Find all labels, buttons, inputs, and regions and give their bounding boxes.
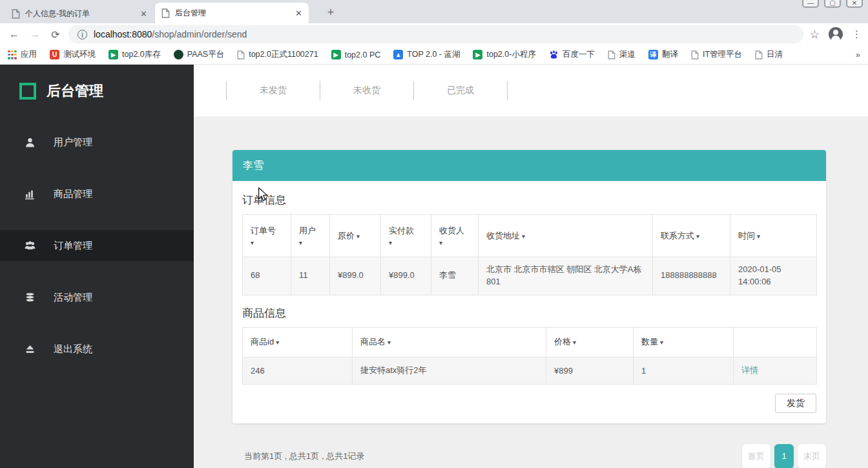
product-table-header-row: 商品id▾ 商品名▾ 价格▾ 数量▾	[243, 327, 817, 357]
sort-caret-icon: ▾	[573, 339, 576, 346]
bookmarks-bar: 应用 U 测试环境 ▶ top2.0库存 PAAS平台 top2.0正式1100…	[0, 45, 868, 65]
main-area: 未发货 未收货 已完成 李雪 订单信息	[194, 65, 868, 468]
app-title: 后台管理	[46, 81, 103, 101]
window-controls: — ▢ ✕	[802, 0, 863, 8]
cell-user: 11	[291, 257, 330, 295]
apps-grid-icon	[8, 50, 17, 59]
browser-menu-icon[interactable]: ⋮	[852, 28, 862, 40]
order-info-table: 订单号▾ 用户▾ 原价▾ 实付款▾ 收货人▾ 收货地址▾ 联系方式▾ 时间▾ 6…	[242, 214, 817, 295]
order-table-row: 68 11 ¥899.0 ¥899.0 李雪 北京市 北京市市辖区 朝阳区 北京…	[243, 257, 817, 295]
baidu-paw-icon	[549, 50, 559, 59]
cell-original-price: ¥899.0	[330, 257, 381, 295]
user-icon	[25, 137, 36, 148]
col-actions	[734, 327, 817, 357]
mouse-cursor	[257, 187, 269, 202]
col-order-id[interactable]: 订单号▾	[243, 215, 291, 257]
col-phone[interactable]: 联系方式▾	[653, 215, 730, 257]
sidebar-item-user-management[interactable]: 用户管理	[0, 127, 194, 158]
bookmark-test-env[interactable]: U 测试环境	[50, 49, 96, 60]
content: 李雪 订单信息 订单号▾ 用户▾ 原价▾ 实付款▾ 收货人▾	[194, 116, 868, 468]
close-icon[interactable]: ✕	[295, 8, 302, 18]
col-price[interactable]: 价格▾	[546, 327, 634, 357]
page-icon	[12, 9, 20, 19]
bookmark-it-platform[interactable]: IT管理平台	[691, 49, 742, 60]
browser-toolbar: ← → ⟳ i localhost:8080/shop/admin/order/…	[0, 23, 868, 45]
sort-caret-icon: ▾	[251, 239, 283, 246]
sidebar-item-activity-management[interactable]: 活动管理	[0, 282, 194, 313]
bookmark-top2-miniapp[interactable]: ▶ top2.0-小程序	[473, 49, 535, 60]
col-paid[interactable]: 实付款▾	[381, 215, 431, 257]
sort-caret-icon: ▾	[356, 233, 360, 240]
page-icon	[161, 8, 170, 18]
bookmark-lanhu[interactable]: ▲ TOP 2.0 - 蓝湖	[393, 49, 460, 60]
address-bar[interactable]: i localhost:8080/shop/admin/order/send	[68, 25, 803, 43]
sort-caret-icon: ▾	[696, 233, 699, 240]
close-icon[interactable]: ✕	[140, 9, 147, 19]
page-icon	[691, 50, 699, 59]
tab-title: 个人信息-我的订单	[25, 8, 135, 19]
ship-button[interactable]: 发货	[775, 394, 816, 413]
tab-completed[interactable]: 已完成	[414, 85, 507, 96]
col-recipient[interactable]: 收货人▾	[431, 215, 479, 257]
browser-tab-profile-orders[interactable]: 个人信息-我的订单 ✕	[5, 4, 154, 23]
site-info-icon[interactable]: i	[78, 30, 87, 39]
col-quantity[interactable]: 数量▾	[634, 327, 734, 357]
sort-caret-icon: ▾	[299, 239, 322, 246]
bookmarks-overflow-icon[interactable]: »	[856, 50, 860, 59]
divider	[507, 81, 508, 100]
sidebar-item-product-management[interactable]: 商品管理	[0, 178, 194, 209]
translate-icon: 译	[648, 50, 658, 59]
tab-not-shipped[interactable]: 未发货	[227, 85, 320, 96]
cell-phone: 188888888888	[653, 257, 730, 295]
col-product-name[interactable]: 商品名▾	[353, 327, 546, 357]
current-page-button[interactable]: 1	[774, 444, 794, 468]
bookmark-baidu[interactable]: 百度一下	[549, 49, 595, 60]
cell-paid: ¥899.0	[381, 257, 431, 295]
bookmark-riqing[interactable]: 日清	[755, 49, 783, 60]
close-window-button[interactable]: ✕	[846, 0, 863, 8]
sidebar-item-logout[interactable]: 退出系统	[0, 334, 194, 365]
col-original-price[interactable]: 原价▾	[330, 215, 381, 257]
first-page-button[interactable]: 首页	[742, 444, 770, 468]
col-address[interactable]: 收货地址▾	[479, 215, 653, 257]
bookmark-channel[interactable]: 渠道	[608, 49, 636, 60]
green-play-icon: ▶	[473, 50, 482, 59]
bookmark-translate[interactable]: 译 翻译	[648, 49, 678, 60]
new-tab-button[interactable]: +	[323, 5, 338, 20]
pagination: 当前第1页 , 总共1页 , 总共1记录 首页 1 末页	[232, 444, 826, 468]
last-page-button[interactable]: 末页	[798, 444, 826, 468]
database-icon	[25, 292, 36, 303]
cell-time: 2020-01-05 14:00:06	[730, 257, 817, 295]
sort-caret-icon: ▾	[757, 233, 760, 240]
detail-link[interactable]: 详情	[741, 365, 758, 375]
browser-tab-admin[interactable]: 后台管理 ✕	[155, 3, 309, 23]
logo-square-icon	[19, 83, 36, 100]
minimize-button[interactable]: —	[802, 0, 819, 8]
sort-caret-icon: ▾	[388, 339, 391, 346]
bookmark-top2-formal[interactable]: top2.0正式1100271	[237, 49, 318, 60]
admin-app: 后台管理 用户管理 商品管理 订单管理 活动管理	[0, 65, 868, 468]
sidebar: 后台管理 用户管理 商品管理 订单管理 活动管理	[0, 65, 194, 468]
bookmark-top2-pc[interactable]: ▶ top2.0 PC	[331, 50, 381, 59]
bookmark-top2-stock[interactable]: ▶ top2.0库存	[108, 49, 161, 60]
bookmark-star-icon[interactable]: ☆	[810, 28, 820, 41]
url-text: localhost:8080/shop/admin/order/send	[94, 29, 247, 39]
col-time[interactable]: 时间▾	[730, 215, 817, 257]
bookmark-apps[interactable]: 应用	[8, 49, 37, 60]
back-icon[interactable]: ←	[6, 28, 22, 40]
cell-address: 北京市 北京市市辖区 朝阳区 北京大学A栋801	[479, 257, 653, 295]
sidebar-item-order-management[interactable]: 订单管理	[0, 230, 194, 261]
bookmark-paas[interactable]: PAAS平台	[174, 49, 224, 60]
col-user[interactable]: 用户▾	[291, 215, 330, 257]
green-play-icon: ▶	[108, 50, 118, 59]
refresh-icon[interactable]: ⟳	[48, 28, 63, 41]
sort-caret-icon: ▾	[439, 239, 470, 246]
cell-product-id: 246	[243, 357, 353, 384]
col-product-id[interactable]: 商品id▾	[243, 327, 353, 357]
forward-icon[interactable]: →	[27, 28, 43, 40]
profile-avatar[interactable]	[829, 27, 843, 41]
cell-price: ¥899	[546, 357, 634, 384]
tab-not-received[interactable]: 未收货	[320, 85, 413, 96]
cell-recipient: 李雪	[431, 257, 479, 295]
maximize-button[interactable]: ▢	[824, 0, 841, 8]
